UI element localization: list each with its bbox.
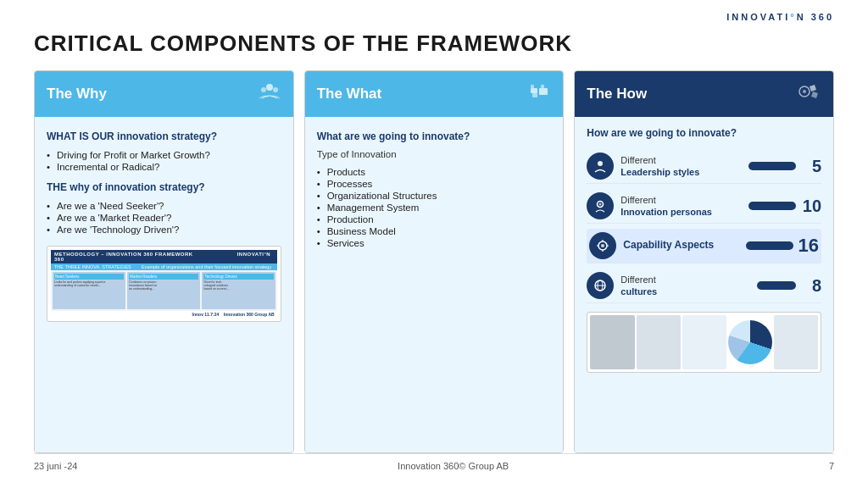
cultures-bar-wrap: 8 — [757, 276, 821, 296]
thumb-footer: Innov 11.7:24 Innovation 360 Group AB — [51, 311, 277, 318]
svg-point-10 — [598, 161, 603, 166]
why-section2-title: THE why of innovation strategy? — [47, 181, 281, 193]
how-row-personas: Different Innovation personas 10 — [587, 189, 821, 224]
svg-rect-7 — [532, 93, 537, 97]
leadership-icon — [587, 152, 614, 180]
why-body: WHAT IS OUR innovation strategy? Driving… — [35, 117, 293, 452]
svg-point-12 — [599, 203, 602, 206]
personas-bold: Innovation personas — [620, 207, 712, 217]
svg-point-2 — [273, 87, 278, 92]
capability-label: Capability Aspects — [623, 239, 738, 252]
how-column: The How How are we going to innovate? — [574, 70, 834, 453]
why-header: The Why — [35, 71, 293, 117]
footer-date: 23 juni -24 — [34, 461, 77, 471]
footer-page: 7 — [829, 461, 834, 471]
how-row-capability: Capability Aspects 16 — [587, 229, 821, 263]
how-header-icon — [796, 80, 821, 108]
personas-icon — [587, 192, 614, 219]
what-type-label: Type of Innovation — [317, 149, 552, 159]
leadership-top: Different — [620, 155, 655, 165]
personas-label: Different Innovation personas — [620, 194, 742, 219]
why-thumbnail: METHODOLOGY – INNOVATION 360 FRAMEWORK I… — [47, 246, 281, 322]
capability-bold: Capability Aspects — [623, 239, 714, 251]
how-row-cultures: Different cultures 8 — [587, 269, 821, 303]
logo-rest: N 360 — [797, 12, 834, 22]
cultures-bold: cultures — [620, 286, 657, 297]
list-item: Organizational Structures — [317, 190, 552, 202]
slide-footer: 23 juni -24 Innovation 360© Group AB 7 — [34, 453, 834, 471]
thumb-body: Need Seekers Looks for and probes applyi… — [51, 270, 277, 311]
footer-company: Innovation 360© Group AB — [398, 461, 509, 471]
personas-bar — [748, 202, 796, 210]
thumb-col-2: Market Readers Combines on proveninnovat… — [127, 272, 200, 309]
how-thumb-img2 — [637, 315, 681, 369]
how-thumb-img4 — [774, 315, 818, 369]
capability-bar-wrap: 16 — [746, 235, 819, 257]
capability-icon — [589, 232, 616, 259]
how-header-label: The How — [587, 86, 647, 103]
why-section2-list: Are we a 'Need Seeker'? Are we a 'Market… — [47, 200, 281, 236]
list-item: Production — [317, 214, 552, 225]
thumb-col-3: Technology Drivers Drive for tech-nologi… — [202, 272, 275, 309]
cultures-label: Different cultures — [620, 274, 750, 298]
personas-number: 10 — [801, 197, 821, 216]
why-section1-title: WHAT IS OUR innovation strategy? — [47, 130, 281, 142]
what-bullets: Products Processes Organizational Struct… — [317, 166, 552, 249]
svg-rect-5 — [539, 88, 548, 95]
personas-bar-wrap: 10 — [748, 197, 821, 216]
why-header-label: The Why — [47, 86, 107, 103]
why-section1-list: Driving for Profit or Market Growth? Inc… — [47, 149, 281, 173]
svg-rect-3 — [531, 88, 537, 93]
leadership-label: Different Leadership styles — [620, 154, 742, 179]
list-item: Are we a 'Market Reader'? — [47, 212, 281, 224]
leadership-number: 5 — [801, 157, 821, 176]
how-row-leadership: Different Leadership styles 5 — [587, 149, 821, 184]
list-item: Incremental or Radical? — [47, 161, 281, 173]
list-item: Business Model — [317, 225, 552, 237]
cultures-top: Different — [620, 274, 655, 285]
list-item: Products — [317, 166, 552, 178]
content-columns: The Why WHAT IS OUR innovation strategy? — [34, 70, 834, 453]
what-question: What are we going to innovate? — [317, 130, 552, 142]
how-thumb-img1 — [590, 315, 634, 369]
svg-rect-6 — [541, 85, 544, 88]
personas-top: Different — [620, 195, 655, 205]
why-column: The Why WHAT IS OUR innovation strategy? — [34, 70, 294, 453]
logo-symbol: ° — [790, 12, 796, 22]
logo: INNOVATI°N 360 — [726, 12, 834, 22]
page-title: CRITICAL COMPONENTS OF THE FRAMEWORK — [34, 30, 834, 57]
how-body: How are we going to innovate? Different … — [575, 117, 833, 452]
how-question: How are we going to innovate? — [587, 127, 821, 139]
list-item: Services — [317, 237, 552, 249]
how-thumbnail — [587, 312, 821, 373]
svg-point-1 — [261, 87, 266, 92]
logo-text: INNOVATI — [726, 12, 790, 22]
how-thumb-circle — [728, 320, 772, 364]
list-item: Processes — [317, 178, 552, 190]
list-item: Management System — [317, 202, 552, 214]
what-column: The What What are we going to innovate? … — [304, 70, 565, 453]
cultures-bar — [757, 281, 796, 290]
capability-bar — [746, 241, 793, 250]
leadership-bar — [748, 162, 796, 170]
svg-rect-4 — [531, 85, 534, 88]
thumb-title: METHODOLOGY – INNOVATION 360 FRAMEWORK I… — [51, 250, 277, 263]
why-header-icon — [258, 80, 281, 108]
how-thumb-img3 — [682, 315, 726, 369]
svg-point-9 — [803, 90, 806, 93]
list-item: Are we a 'Need Seeker'? — [47, 200, 281, 212]
leadership-bold: Leadership styles — [620, 167, 699, 177]
cultures-number: 8 — [801, 276, 821, 296]
what-header-label: The What — [317, 86, 382, 103]
list-item: Driving for Profit or Market Growth? — [47, 149, 281, 161]
capability-number: 16 — [798, 235, 819, 257]
svg-point-14 — [601, 244, 604, 247]
svg-point-0 — [266, 84, 273, 91]
what-header: The What — [305, 71, 564, 117]
what-body: What are we going to innovate? Type of I… — [305, 117, 564, 452]
thumb-subtitle: THE THREE INNOVA. STRATEGIES Example of … — [51, 263, 277, 270]
cultures-icon — [587, 272, 614, 299]
what-header-icon — [527, 80, 551, 108]
how-header: The How — [575, 71, 833, 117]
thumb-col-1: Need Seekers Looks for and probes applyi… — [53, 272, 125, 309]
